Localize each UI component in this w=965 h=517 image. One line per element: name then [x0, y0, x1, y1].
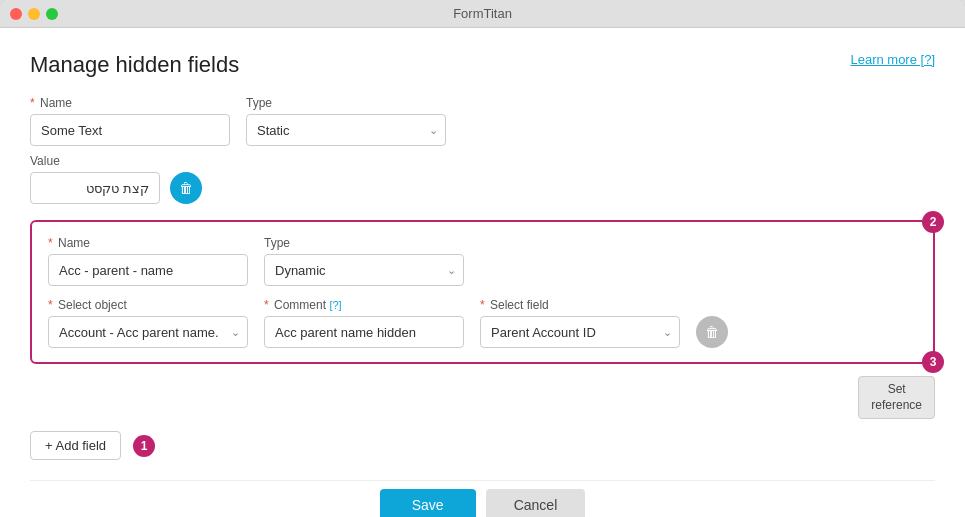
name-type-row: * Name Type Static ⌄ — [30, 96, 935, 146]
window-title: FormTitan — [453, 6, 512, 21]
dynamic-section-wrapper: 2 * Name Type Dy — [30, 220, 935, 364]
value-label: Value — [30, 154, 160, 168]
badge-3: 3 — [922, 351, 944, 373]
required-star: * — [30, 96, 35, 110]
add-field-area: + Add field 1 — [30, 431, 935, 460]
dynamic-fields-row: * Select object Account - Acc parent nam… — [48, 298, 917, 348]
select-object-select[interactable]: Account - Acc parent name... — [48, 316, 248, 348]
set-reference-area: Set reference — [30, 376, 935, 419]
comment-label: * Comment [?] — [264, 298, 464, 312]
badge-2: 2 — [922, 211, 944, 233]
comment-input[interactable] — [264, 316, 464, 348]
dynamic-type-select-wrapper: Dynamic ⌄ — [264, 254, 464, 286]
learn-more-link[interactable]: Learn more [?] — [850, 52, 935, 67]
dynamic-type-group: Type Dynamic ⌄ — [264, 236, 464, 286]
close-button[interactable] — [10, 8, 22, 20]
name-label: * Name — [30, 96, 230, 110]
name-input[interactable] — [30, 114, 230, 146]
delete-static-button[interactable]: 🗑 — [170, 172, 202, 204]
select-field-group: * Select field Parent Account ID ⌄ — [480, 298, 680, 348]
name-field-group: * Name — [30, 96, 230, 146]
value-input[interactable] — [30, 172, 160, 204]
dynamic-name-group: * Name — [48, 236, 248, 286]
delete-dynamic-button[interactable]: 🗑 — [696, 316, 728, 348]
select-object-wrapper: Account - Acc parent name... ⌄ — [48, 316, 248, 348]
app-window: FormTitan Manage hidden fields Learn mor… — [0, 0, 965, 517]
value-field-group: Value — [30, 154, 160, 204]
select-object-group: * Select object Account - Acc parent nam… — [48, 298, 248, 348]
type-label: Type — [246, 96, 446, 110]
page-header: Manage hidden fields Learn more [?] — [30, 52, 935, 78]
maximize-button[interactable] — [46, 8, 58, 20]
type-field-group: Type Static ⌄ — [246, 96, 446, 146]
main-content: Manage hidden fields Learn more [?] * Na… — [0, 28, 965, 517]
trash-icon: 🗑 — [179, 180, 193, 196]
select-field-wrapper: Parent Account ID ⌄ — [480, 316, 680, 348]
dynamic-name-type-row: * Name Type Dynamic ⌄ — [48, 236, 917, 286]
select-object-label: * Select object — [48, 298, 248, 312]
type-select-wrapper: Static ⌄ — [246, 114, 446, 146]
footer-buttons: Save Cancel — [30, 480, 935, 517]
window-controls — [10, 8, 58, 20]
static-field-section: * Name Type Static ⌄ V — [30, 96, 935, 204]
select-field-label: * Select field — [480, 298, 680, 312]
dynamic-name-input[interactable] — [48, 254, 248, 286]
dynamic-name-label: * Name — [48, 236, 248, 250]
add-field-button[interactable]: + Add field — [30, 431, 121, 460]
comment-group: * Comment [?] — [264, 298, 464, 348]
titlebar: FormTitan — [0, 0, 965, 28]
dynamic-type-select[interactable]: Dynamic — [264, 254, 464, 286]
dynamic-field-section: 2 * Name Type Dy — [30, 220, 935, 364]
cancel-button[interactable]: Cancel — [486, 489, 586, 517]
set-reference-button[interactable]: Set reference — [858, 376, 935, 419]
save-button[interactable]: Save — [380, 489, 476, 517]
trash-icon-2: 🗑 — [705, 324, 719, 340]
comment-help-link[interactable]: [?] — [329, 299, 341, 311]
type-select[interactable]: Static — [246, 114, 446, 146]
select-field-select[interactable]: Parent Account ID — [480, 316, 680, 348]
badge-1: 1 — [133, 435, 155, 457]
dynamic-type-label: Type — [264, 236, 464, 250]
minimize-button[interactable] — [28, 8, 40, 20]
page-title: Manage hidden fields — [30, 52, 239, 78]
value-row: Value 🗑 — [30, 154, 935, 204]
